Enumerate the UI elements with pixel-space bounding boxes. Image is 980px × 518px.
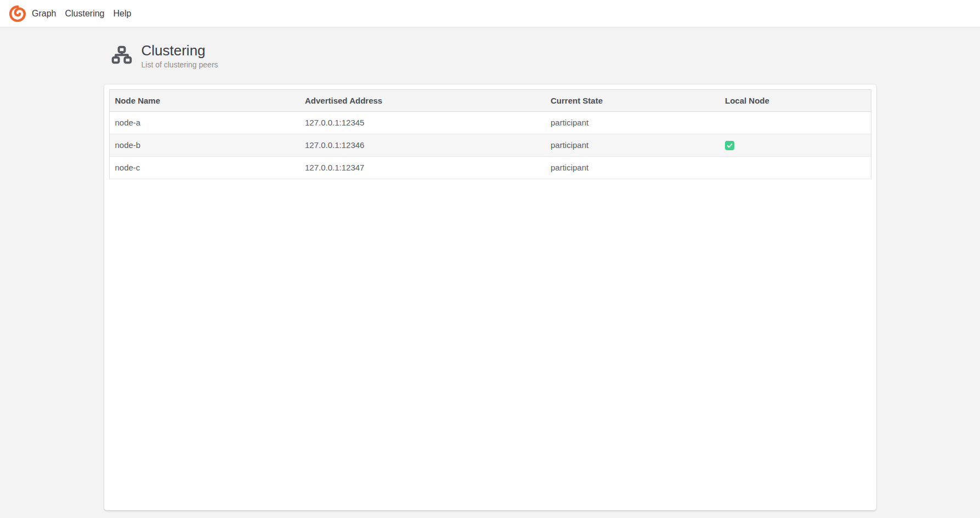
- nav-item-clustering[interactable]: Clustering: [60, 0, 109, 27]
- table-row-node-c: node-c 127.0.0.1:12347 participant: [109, 157, 871, 179]
- local-node-checkbox[interactable]: [725, 141, 734, 150]
- page-title: Clustering: [141, 43, 218, 59]
- table-row-node-a: node-a 127.0.0.1:12345 participant: [109, 111, 871, 134]
- cell-current-state: participant: [545, 157, 720, 179]
- cell-node-name: node-b: [109, 134, 299, 157]
- top-navbar: Graph Clustering Help: [0, 0, 980, 27]
- cell-advertised-address: 127.0.0.1:12345: [299, 111, 545, 134]
- cell-node-name: node-a: [109, 111, 299, 134]
- table-header-row: Node Name Advertised Address Current Sta…: [109, 89, 871, 111]
- page-header: Clustering List of clustering peers: [104, 43, 876, 69]
- nav-item-graph[interactable]: Graph: [27, 0, 60, 27]
- column-header-advertised-address: Advertised Address: [299, 89, 545, 111]
- main-content: Clustering List of clustering peers Node…: [0, 27, 980, 510]
- column-header-node-name: Node Name: [109, 89, 299, 111]
- cell-local-node: [720, 134, 871, 157]
- cell-node-name: node-c: [109, 157, 299, 179]
- clustering-header-icon: [111, 45, 133, 67]
- cell-current-state: participant: [545, 134, 720, 157]
- cell-local-node: [720, 157, 871, 179]
- nav-item-help[interactable]: Help: [109, 0, 136, 27]
- table-row-node-b: node-b 127.0.0.1:12346 participant: [109, 134, 871, 157]
- peers-card: Node Name Advertised Address Current Sta…: [104, 84, 876, 510]
- cell-local-node: [720, 111, 871, 134]
- cell-advertised-address: 127.0.0.1:12346: [299, 134, 545, 157]
- column-header-current-state: Current State: [545, 89, 720, 111]
- cell-advertised-address: 127.0.0.1:12347: [299, 157, 545, 179]
- page-subtitle: List of clustering peers: [141, 60, 218, 69]
- swirl-logo-icon: [9, 5, 26, 22]
- peers-table: Node Name Advertised Address Current Sta…: [109, 89, 871, 180]
- app-logo[interactable]: [9, 5, 26, 22]
- column-header-local-node: Local Node: [720, 89, 871, 111]
- lan-network-icon: [111, 45, 133, 67]
- cell-current-state: participant: [545, 111, 720, 134]
- checkmark-icon: [726, 142, 733, 149]
